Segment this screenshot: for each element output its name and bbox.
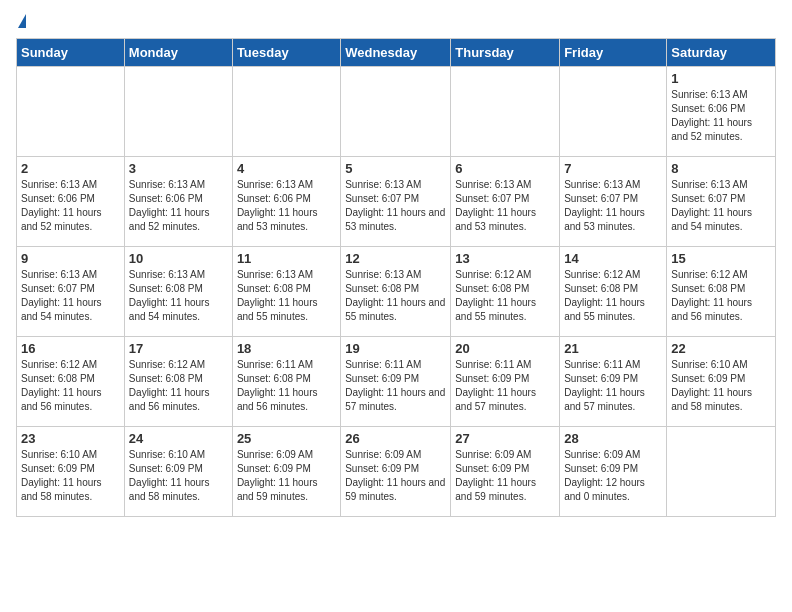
calendar-cell: 10Sunrise: 6:13 AM Sunset: 6:08 PM Dayli… (124, 247, 232, 337)
calendar-cell (451, 67, 560, 157)
day-info: Sunrise: 6:10 AM Sunset: 6:09 PM Dayligh… (21, 449, 102, 502)
day-number: 5 (345, 161, 446, 176)
calendar-cell: 25Sunrise: 6:09 AM Sunset: 6:09 PM Dayli… (232, 427, 340, 517)
day-number: 12 (345, 251, 446, 266)
day-number: 18 (237, 341, 336, 356)
day-number: 24 (129, 431, 228, 446)
calendar-cell: 26Sunrise: 6:09 AM Sunset: 6:09 PM Dayli… (341, 427, 451, 517)
calendar-cell: 11Sunrise: 6:13 AM Sunset: 6:08 PM Dayli… (232, 247, 340, 337)
calendar-cell: 7Sunrise: 6:13 AM Sunset: 6:07 PM Daylig… (560, 157, 667, 247)
day-number: 16 (21, 341, 120, 356)
calendar-header-friday: Friday (560, 39, 667, 67)
day-number: 23 (21, 431, 120, 446)
calendar-cell: 1Sunrise: 6:13 AM Sunset: 6:06 PM Daylig… (667, 67, 776, 157)
calendar-week-row: 1Sunrise: 6:13 AM Sunset: 6:06 PM Daylig… (17, 67, 776, 157)
calendar-cell (232, 67, 340, 157)
day-number: 4 (237, 161, 336, 176)
calendar-cell: 21Sunrise: 6:11 AM Sunset: 6:09 PM Dayli… (560, 337, 667, 427)
day-info: Sunrise: 6:12 AM Sunset: 6:08 PM Dayligh… (564, 269, 645, 322)
day-info: Sunrise: 6:13 AM Sunset: 6:06 PM Dayligh… (237, 179, 318, 232)
calendar-cell: 13Sunrise: 6:12 AM Sunset: 6:08 PM Dayli… (451, 247, 560, 337)
day-info: Sunrise: 6:10 AM Sunset: 6:09 PM Dayligh… (671, 359, 752, 412)
calendar-cell: 19Sunrise: 6:11 AM Sunset: 6:09 PM Dayli… (341, 337, 451, 427)
calendar-cell: 17Sunrise: 6:12 AM Sunset: 6:08 PM Dayli… (124, 337, 232, 427)
calendar-header-monday: Monday (124, 39, 232, 67)
day-number: 19 (345, 341, 446, 356)
calendar-cell (124, 67, 232, 157)
day-number: 25 (237, 431, 336, 446)
calendar-table: SundayMondayTuesdayWednesdayThursdayFrid… (16, 38, 776, 517)
day-info: Sunrise: 6:13 AM Sunset: 6:07 PM Dayligh… (345, 179, 445, 232)
day-info: Sunrise: 6:13 AM Sunset: 6:08 PM Dayligh… (345, 269, 445, 322)
day-info: Sunrise: 6:13 AM Sunset: 6:08 PM Dayligh… (237, 269, 318, 322)
day-number: 13 (455, 251, 555, 266)
logo (16, 16, 26, 30)
calendar-cell: 5Sunrise: 6:13 AM Sunset: 6:07 PM Daylig… (341, 157, 451, 247)
calendar-header-saturday: Saturday (667, 39, 776, 67)
calendar-cell (17, 67, 125, 157)
calendar-cell: 27Sunrise: 6:09 AM Sunset: 6:09 PM Dayli… (451, 427, 560, 517)
day-number: 28 (564, 431, 662, 446)
calendar-cell: 28Sunrise: 6:09 AM Sunset: 6:09 PM Dayli… (560, 427, 667, 517)
calendar-cell (341, 67, 451, 157)
day-number: 26 (345, 431, 446, 446)
day-number: 6 (455, 161, 555, 176)
day-info: Sunrise: 6:13 AM Sunset: 6:06 PM Dayligh… (129, 179, 210, 232)
calendar-cell: 15Sunrise: 6:12 AM Sunset: 6:08 PM Dayli… (667, 247, 776, 337)
calendar-week-row: 23Sunrise: 6:10 AM Sunset: 6:09 PM Dayli… (17, 427, 776, 517)
day-number: 14 (564, 251, 662, 266)
page-header (16, 16, 776, 30)
day-number: 22 (671, 341, 771, 356)
calendar-header-thursday: Thursday (451, 39, 560, 67)
day-number: 2 (21, 161, 120, 176)
calendar-week-row: 9Sunrise: 6:13 AM Sunset: 6:07 PM Daylig… (17, 247, 776, 337)
calendar-cell (667, 427, 776, 517)
calendar-cell: 9Sunrise: 6:13 AM Sunset: 6:07 PM Daylig… (17, 247, 125, 337)
day-info: Sunrise: 6:09 AM Sunset: 6:09 PM Dayligh… (345, 449, 445, 502)
day-info: Sunrise: 6:09 AM Sunset: 6:09 PM Dayligh… (455, 449, 536, 502)
day-number: 1 (671, 71, 771, 86)
day-info: Sunrise: 6:12 AM Sunset: 6:08 PM Dayligh… (21, 359, 102, 412)
day-info: Sunrise: 6:09 AM Sunset: 6:09 PM Dayligh… (237, 449, 318, 502)
calendar-header-row: SundayMondayTuesdayWednesdayThursdayFrid… (17, 39, 776, 67)
day-number: 11 (237, 251, 336, 266)
day-info: Sunrise: 6:11 AM Sunset: 6:09 PM Dayligh… (455, 359, 536, 412)
calendar-cell: 6Sunrise: 6:13 AM Sunset: 6:07 PM Daylig… (451, 157, 560, 247)
day-number: 20 (455, 341, 555, 356)
calendar-week-row: 16Sunrise: 6:12 AM Sunset: 6:08 PM Dayli… (17, 337, 776, 427)
calendar-cell: 3Sunrise: 6:13 AM Sunset: 6:06 PM Daylig… (124, 157, 232, 247)
calendar-header-sunday: Sunday (17, 39, 125, 67)
day-info: Sunrise: 6:11 AM Sunset: 6:09 PM Dayligh… (345, 359, 445, 412)
calendar-header-wednesday: Wednesday (341, 39, 451, 67)
day-info: Sunrise: 6:13 AM Sunset: 6:06 PM Dayligh… (21, 179, 102, 232)
day-number: 10 (129, 251, 228, 266)
calendar-cell: 18Sunrise: 6:11 AM Sunset: 6:08 PM Dayli… (232, 337, 340, 427)
day-number: 8 (671, 161, 771, 176)
day-info: Sunrise: 6:12 AM Sunset: 6:08 PM Dayligh… (129, 359, 210, 412)
day-info: Sunrise: 6:11 AM Sunset: 6:09 PM Dayligh… (564, 359, 645, 412)
calendar-cell: 14Sunrise: 6:12 AM Sunset: 6:08 PM Dayli… (560, 247, 667, 337)
calendar-header-tuesday: Tuesday (232, 39, 340, 67)
day-number: 9 (21, 251, 120, 266)
calendar-cell: 20Sunrise: 6:11 AM Sunset: 6:09 PM Dayli… (451, 337, 560, 427)
day-info: Sunrise: 6:10 AM Sunset: 6:09 PM Dayligh… (129, 449, 210, 502)
calendar-cell (560, 67, 667, 157)
calendar-cell: 2Sunrise: 6:13 AM Sunset: 6:06 PM Daylig… (17, 157, 125, 247)
day-info: Sunrise: 6:12 AM Sunset: 6:08 PM Dayligh… (671, 269, 752, 322)
day-number: 3 (129, 161, 228, 176)
calendar-cell: 24Sunrise: 6:10 AM Sunset: 6:09 PM Dayli… (124, 427, 232, 517)
calendar-cell: 4Sunrise: 6:13 AM Sunset: 6:06 PM Daylig… (232, 157, 340, 247)
logo-triangle-icon (18, 14, 26, 28)
day-number: 27 (455, 431, 555, 446)
day-number: 15 (671, 251, 771, 266)
day-number: 17 (129, 341, 228, 356)
calendar-week-row: 2Sunrise: 6:13 AM Sunset: 6:06 PM Daylig… (17, 157, 776, 247)
day-info: Sunrise: 6:13 AM Sunset: 6:08 PM Dayligh… (129, 269, 210, 322)
calendar-cell: 23Sunrise: 6:10 AM Sunset: 6:09 PM Dayli… (17, 427, 125, 517)
calendar-cell: 12Sunrise: 6:13 AM Sunset: 6:08 PM Dayli… (341, 247, 451, 337)
day-info: Sunrise: 6:13 AM Sunset: 6:07 PM Dayligh… (671, 179, 752, 232)
day-info: Sunrise: 6:13 AM Sunset: 6:06 PM Dayligh… (671, 89, 752, 142)
day-number: 21 (564, 341, 662, 356)
calendar-cell: 22Sunrise: 6:10 AM Sunset: 6:09 PM Dayli… (667, 337, 776, 427)
calendar-cell: 8Sunrise: 6:13 AM Sunset: 6:07 PM Daylig… (667, 157, 776, 247)
